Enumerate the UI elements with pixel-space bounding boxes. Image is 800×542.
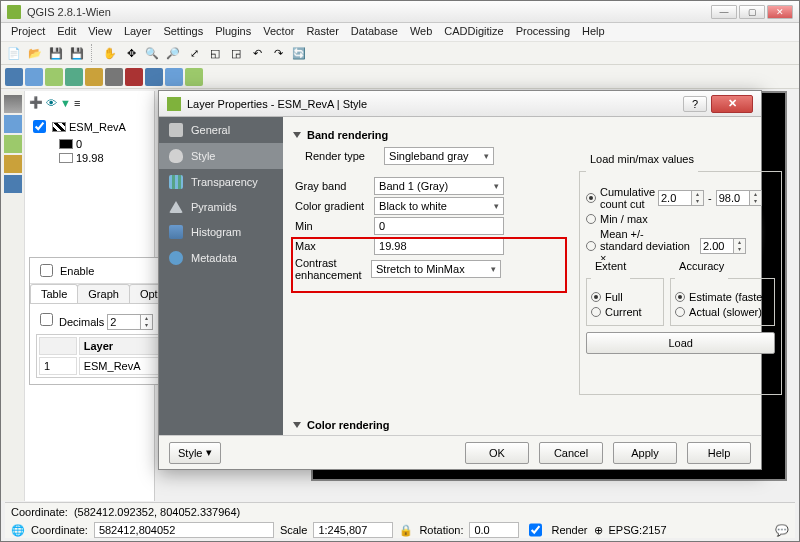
color-gradient-label: Color gradient <box>295 200 371 212</box>
layer-visibility-checkbox[interactable] <box>33 120 46 133</box>
crs-label[interactable]: EPSG:2157 <box>609 524 667 536</box>
decimals-checkbox[interactable] <box>40 313 53 326</box>
add-group-icon[interactable]: ➕ <box>29 96 43 109</box>
ok-button[interactable]: OK <box>465 442 529 464</box>
coord-label: Coordinate: <box>31 524 88 536</box>
layer-name[interactable]: ESM_RevA <box>69 121 126 133</box>
cancel-button[interactable]: Cancel <box>539 442 603 464</box>
sidebar-item-histogram[interactable]: Histogram <box>159 219 283 245</box>
minimize-button[interactable]: — <box>711 5 737 19</box>
pan-center-icon[interactable]: ✥ <box>122 44 140 62</box>
menu-settings[interactable]: Settings <box>163 25 203 39</box>
new-project-icon[interactable]: 📄 <box>5 44 23 62</box>
tool-icon[interactable] <box>65 68 83 86</box>
menu-view[interactable]: View <box>88 25 112 39</box>
maximize-button[interactable]: ▢ <box>739 5 765 19</box>
menu-layer[interactable]: Layer <box>124 25 152 39</box>
menu-help[interactable]: Help <box>582 25 605 39</box>
extent-current-radio[interactable]: Current <box>591 306 659 318</box>
menu-caddigitize[interactable]: CADDigitize <box>444 25 503 39</box>
dialog-help-button[interactable]: ? <box>683 96 707 112</box>
zoom-layer-icon[interactable]: ◱ <box>206 44 224 62</box>
zoom-full-icon[interactable]: ⤢ <box>185 44 203 62</box>
raster-layer-icon[interactable] <box>4 115 22 133</box>
menu-web[interactable]: Web <box>410 25 432 39</box>
band-rendering-header[interactable]: Band rendering <box>293 129 751 141</box>
tool-icon[interactable] <box>45 68 63 86</box>
save-icon[interactable]: 💾 <box>47 44 65 62</box>
cumulative-radio[interactable]: Cumulativecount cut ▴▾ - ▴▾ % <box>586 186 775 210</box>
color-rendering-header[interactable]: Color rendering <box>293 419 390 431</box>
zoom-out-icon[interactable]: 🔎 <box>164 44 182 62</box>
tool-icon[interactable] <box>185 68 203 86</box>
menu-raster[interactable]: Raster <box>306 25 338 39</box>
gray-band-combo[interactable]: Band 1 (Gray) <box>374 177 504 195</box>
mean-radio[interactable]: Mean +/-standard deviation × ▴▾ <box>586 228 775 264</box>
tool-icon[interactable] <box>85 68 103 86</box>
color-gradient-combo[interactable]: Black to white <box>374 197 504 215</box>
sidebar-item-general[interactable]: General <box>159 117 283 143</box>
sidebar-item-transparency[interactable]: Transparency <box>159 169 283 195</box>
help-button[interactable]: Help <box>687 442 751 464</box>
zoom-last-icon[interactable]: ↶ <box>248 44 266 62</box>
tool-icon[interactable] <box>145 68 163 86</box>
vector-layer-icon[interactable] <box>4 95 22 113</box>
sidebar-item-metadata[interactable]: Metadata <box>159 245 283 271</box>
minmax-radio[interactable]: Min / max <box>586 213 775 225</box>
tool-icon[interactable] <box>165 68 183 86</box>
coord-input[interactable] <box>94 522 274 538</box>
tool-icon[interactable] <box>25 68 43 86</box>
globe-icon[interactable]: 🌐 <box>11 524 25 537</box>
menu-edit[interactable]: Edit <box>57 25 76 39</box>
close-button[interactable]: ✕ <box>767 5 793 19</box>
db-layer-icon[interactable] <box>4 175 22 193</box>
extent-group: Extent Full Current <box>586 272 664 326</box>
crs-icon[interactable]: ⊕ <box>594 524 603 537</box>
tab-table[interactable]: Table <box>30 284 78 303</box>
toolbar-row-2 <box>1 65 799 89</box>
menu-processing[interactable]: Processing <box>516 25 570 39</box>
mean-spinner[interactable]: ▴▾ <box>700 238 746 254</box>
save-as-icon[interactable]: 💾 <box>68 44 86 62</box>
tool-icon[interactable] <box>105 68 123 86</box>
render-checkbox[interactable] <box>529 522 542 538</box>
manage-visibility-icon[interactable]: 👁 <box>46 97 57 109</box>
menu-vector[interactable]: Vector <box>263 25 294 39</box>
cum-lo-spinner[interactable]: ▴▾ <box>658 190 704 206</box>
extent-full-radio[interactable]: Full <box>591 291 659 303</box>
accuracy-actual-radio[interactable]: Actual (slower) <box>675 306 770 318</box>
pan-icon[interactable]: ✋ <box>101 44 119 62</box>
menu-project[interactable]: Project <box>11 25 45 39</box>
scale-lock-icon[interactable]: 🔒 <box>399 524 413 537</box>
refresh-icon[interactable]: 🔄 <box>290 44 308 62</box>
expand-icon[interactable]: ≡ <box>74 97 80 109</box>
tab-graph[interactable]: Graph <box>77 284 130 303</box>
min-input[interactable] <box>374 217 504 235</box>
apply-button[interactable]: Apply <box>613 442 677 464</box>
scale-input[interactable] <box>313 522 393 538</box>
dialog-close-button[interactable]: ✕ <box>711 95 753 113</box>
filter-icon[interactable]: ▼ <box>60 97 71 109</box>
checker-icon <box>169 175 183 189</box>
cum-hi-spinner[interactable]: ▴▾ <box>716 190 762 206</box>
sidebar-item-pyramids[interactable]: Pyramids <box>159 195 283 219</box>
csv-layer-icon[interactable] <box>4 155 22 173</box>
zoom-selection-icon[interactable]: ◲ <box>227 44 245 62</box>
accuracy-estimate-radio[interactable]: Estimate (faster) <box>675 291 770 303</box>
load-button[interactable]: Load <box>586 332 775 354</box>
wms-layer-icon[interactable] <box>4 135 22 153</box>
style-button[interactable]: Style ▾ <box>169 442 221 464</box>
sidebar-item-style[interactable]: Style <box>159 143 283 169</box>
open-icon[interactable]: 📂 <box>26 44 44 62</box>
tool-icon[interactable] <box>125 68 143 86</box>
rotation-input[interactable] <box>469 522 519 538</box>
zoom-next-icon[interactable]: ↷ <box>269 44 287 62</box>
decimals-spinner[interactable]: ▴▾ <box>107 314 153 330</box>
menu-database[interactable]: Database <box>351 25 398 39</box>
menu-plugins[interactable]: Plugins <box>215 25 251 39</box>
render-type-combo[interactable]: Singleband gray <box>384 147 494 165</box>
tool-icon[interactable] <box>5 68 23 86</box>
zoom-in-icon[interactable]: 🔍 <box>143 44 161 62</box>
messages-icon[interactable]: 💬 <box>775 524 789 537</box>
enable-checkbox[interactable] <box>40 264 53 277</box>
